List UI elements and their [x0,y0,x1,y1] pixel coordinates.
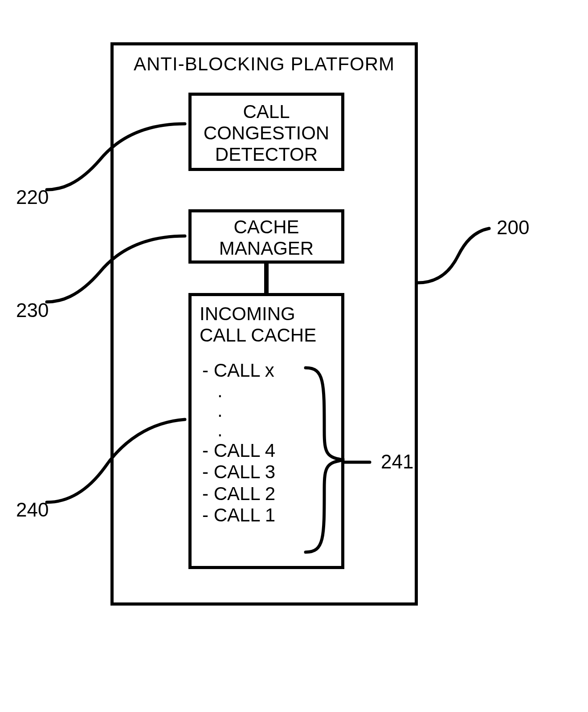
detector-box: CALL CONGESTION DETECTOR [188,93,344,171]
lead-200 [418,225,507,287]
lead-241 [343,453,379,471]
ref-220: 220 [16,186,49,208]
ref-200: 200 [497,216,529,239]
ref-230: 230 [16,299,49,321]
connector-line [264,264,269,293]
ref-240: 240 [16,499,49,521]
lead-240 [42,414,189,508]
detector-label: CALL CONGESTION DETECTOR [204,101,329,166]
cache-manager-box: CACHE MANAGER [188,209,344,264]
platform-title: ANTI-BLOCKING PLATFORM [114,53,415,75]
lead-230 [42,232,189,307]
ref-241: 241 [381,451,413,473]
incoming-cache-title: INCOMING CALL CACHE [200,303,337,346]
cache-manager-label: CACHE MANAGER [219,216,314,260]
lead-220 [42,119,189,195]
diagram-canvas: ANTI-BLOCKING PLATFORM CALL CONGESTION D… [0,0,588,712]
